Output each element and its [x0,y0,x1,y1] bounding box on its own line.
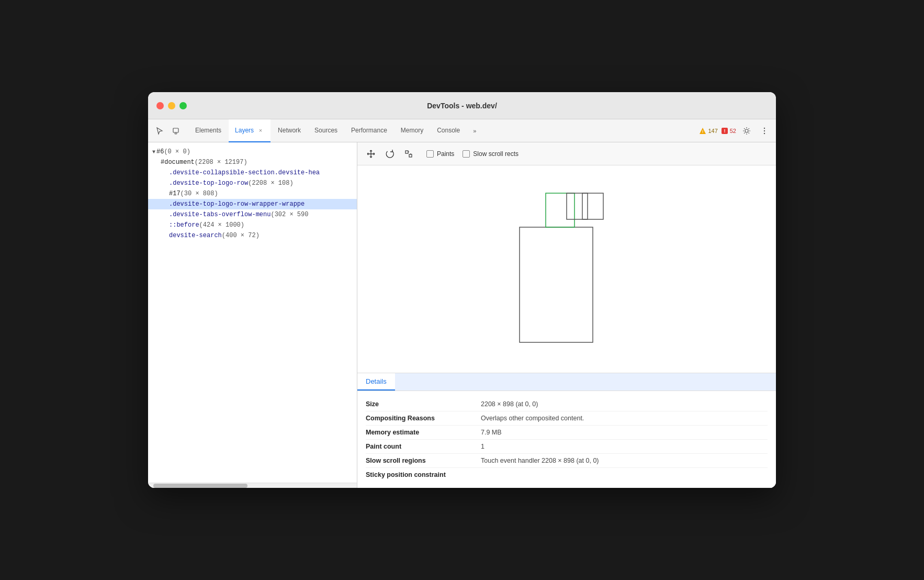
tab-network[interactable]: Network [272,119,307,142]
svg-rect-12 [520,227,593,342]
tab-memory[interactable]: Memory [395,119,430,142]
minimize-button[interactable] [168,102,175,109]
more-options-button[interactable] [757,124,772,138]
layer-name: #document [161,159,195,166]
main-content: ▼ #6 (0 × 0) #document (2208 × 12197) .d… [148,142,776,488]
layer-name: .devsite-top-logo-row-wrapper-wrappe [169,200,305,208]
tab-bar: Elements Layers × Network Sources Perfor… [148,119,776,142]
tab-layers-close[interactable]: × [257,127,264,134]
tab-elements[interactable]: Elements [189,119,228,142]
details-row-paint-count: Paint count 1 [366,440,768,454]
layer-item-17[interactable]: #17 (30 × 808) [148,188,357,199]
svg-rect-11 [409,154,412,157]
slow-scroll-value: Touch event handler 2208 × 898 (at 0, 0) [481,457,599,464]
layer-dims: (0 × 0) [164,148,190,155]
horizontal-scrollbar[interactable] [148,483,357,488]
svg-point-6 [745,129,748,132]
layer-name: .devsite-tabs-overflow-menu [169,211,271,218]
layer-item-document[interactable]: #document (2208 × 12197) [148,157,357,168]
more-dots-icon [760,127,769,135]
svg-rect-10 [405,151,408,153]
details-row-size: Size 2208 × 898 (at 0, 0) [366,397,768,411]
layer-item-before[interactable]: ::before (424 × 1000) [148,220,357,230]
close-button[interactable] [156,102,164,109]
tab-sources[interactable]: Sources [308,119,344,142]
canvas-area[interactable] [357,165,776,373]
layer-dims: (400 × 72) [222,232,260,239]
gear-icon [742,127,751,135]
details-row-compositing: Compositing Reasons Overlaps other compo… [366,411,768,426]
tab-layers[interactable]: Layers × [229,119,271,142]
layer-name: .devsite-top-logo-row [169,180,248,187]
layer-item-search[interactable]: devsite-search (400 × 72) [148,230,357,241]
slow-scroll-label: Slow scroll regions [366,457,481,464]
details-row-memory: Memory estimate 7.9 MB [366,426,768,440]
layer-dims: (30 × 808) [181,190,218,197]
compositing-label: Compositing Reasons [366,415,481,422]
details-tab[interactable]: Details [357,373,395,391]
size-value: 2208 × 898 (at 0, 0) [481,400,538,408]
device-icon [172,127,181,135]
svg-rect-0 [173,128,178,132]
details-header-bar: Details [357,373,776,391]
tab-console[interactable]: Console [431,119,466,142]
details-row-slow-scroll: Slow scroll regions Touch event handler … [366,454,768,468]
layer-tree[interactable]: ▼ #6 (0 × 0) #document (2208 × 12197) .d… [148,142,357,483]
slow-scroll-checkbox[interactable] [463,150,470,158]
paints-checkbox[interactable] [426,150,434,158]
svg-point-9 [764,132,765,133]
details-table: Size 2208 × 898 (at 0, 0) Compositing Re… [357,391,776,488]
layer-item-root[interactable]: ▼ #6 (0 × 0) [148,147,357,157]
pan-tool-button[interactable] [364,147,378,161]
layer-name: devsite-search [169,232,222,239]
paints-option[interactable]: Paints [426,150,454,158]
panel-left: ▼ #6 (0 × 0) #document (2208 × 12197) .d… [148,142,357,488]
svg-rect-15 [582,193,603,219]
details-row-sticky: Sticky position constraint [366,468,768,482]
toggle-icon: ▼ [152,149,155,155]
size-label: Size [366,400,481,408]
traffic-lights [156,102,187,109]
svg-text:!: ! [702,129,704,134]
toolbar-right: ! 147 ! 52 [699,124,772,138]
layer-item-tabs-overflow[interactable]: .devsite-tabs-overflow-menu (302 × 590 [148,209,357,220]
sticky-label: Sticky position constraint [366,471,481,478]
titlebar: DevTools - web.dev/ [148,92,776,119]
fit-tool-button[interactable] [401,147,416,161]
more-tabs-button[interactable]: » [467,124,482,138]
rotate-icon [385,149,395,159]
canvas-toolbar: Paints Slow scroll rects [357,142,776,165]
warning-badge[interactable]: ! 147 [699,127,717,135]
window-title: DevTools - web.dev/ [427,102,497,110]
scrollbar-thumb[interactable] [153,484,247,488]
select-mode-button[interactable] [152,124,167,138]
layer-item-wrapper[interactable]: .devsite-top-logo-row-wrapper-wrappe [148,199,357,209]
layer-item-collapsible[interactable]: .devsite-collapsible-section.devsite-hea [148,168,357,178]
layer-dims: (302 × 590 [271,211,308,218]
layer-item-top-logo[interactable]: .devsite-top-logo-row (2208 × 108) [148,178,357,188]
paint-count-value: 1 [481,443,484,450]
svg-rect-14 [567,193,588,219]
layer-name: #6 [156,148,164,155]
slow-scroll-option[interactable]: Slow scroll rects [463,150,519,158]
error-badge[interactable]: ! 52 [721,127,736,135]
rotate-tool-button[interactable] [382,147,397,161]
memory-value: 7.9 MB [481,429,502,436]
tab-performance[interactable]: Performance [345,119,393,142]
canvas-options: Paints Slow scroll rects [426,150,519,158]
fit-icon [404,149,413,159]
cursor-icon [155,127,164,135]
warning-icon: ! [699,127,706,135]
layer-name: .devsite-collapsible-section.devsite-hea [169,169,320,176]
layer-name: #17 [169,190,181,197]
svg-point-7 [764,127,765,128]
panel-right: Paints Slow scroll rects [357,142,776,488]
toolbar-icons [152,124,184,138]
layer-dims: (2208 × 108) [248,180,293,187]
svg-rect-1 [175,133,177,134]
device-mode-button[interactable] [169,124,184,138]
layer-dims: (424 × 1000) [199,221,244,229]
maximize-button[interactable] [179,102,187,109]
settings-button[interactable] [739,124,754,138]
layer-dims: (2208 × 12197) [195,159,247,166]
